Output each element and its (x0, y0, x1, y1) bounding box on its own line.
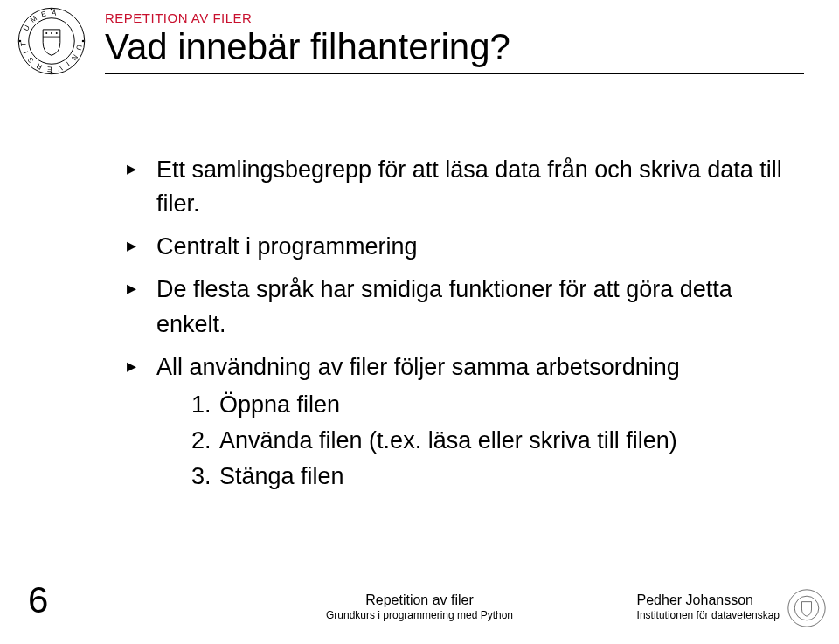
slide: U M E Å U N I V E R S I T E T REPETITION… (0, 0, 839, 644)
numbered-item: Använda filen (t.ex. läsa eller skriva t… (191, 424, 787, 458)
numbered-item: Öppna filen (191, 388, 787, 422)
svg-point-9 (45, 32, 47, 34)
svg-text:U M E Å: U M E Å (22, 8, 58, 32)
university-seal-small-icon (787, 588, 827, 628)
bullet-list: Ett samlingsbegrepp för att läsa data fr… (127, 153, 787, 494)
svg-point-11 (56, 32, 58, 34)
slide-header: REPETITION AV FILER Vad innebär filhante… (105, 10, 804, 74)
numbered-item: Stänga filen (191, 460, 787, 494)
university-seal-icon: U M E Å U N I V E R S I T E T (16, 5, 87, 77)
svg-point-10 (51, 32, 52, 34)
footer-author: Pedher Johansson (637, 592, 780, 610)
bullet-text: All användning av filer följer samma arb… (156, 354, 680, 380)
bullet-item: Centralt i programmering (127, 230, 787, 264)
numbered-list: Öppna filen Använda filen (t.ex. läsa el… (191, 388, 787, 494)
bullet-item: All användning av filer följer samma arb… (127, 350, 787, 495)
bullet-item: De flesta språk har smidiga funktioner f… (127, 273, 787, 341)
section-label: REPETITION AV FILER (105, 10, 804, 25)
svg-point-5 (82, 40, 85, 43)
bullet-item: Ett samlingsbegrepp för att läsa data fr… (127, 153, 787, 221)
slide-title: Vad innebär filhantering? (105, 27, 804, 67)
slide-body: Ett samlingsbegrepp för att läsa data fr… (127, 153, 787, 502)
footer-department: Institutionen för datavetenskap (637, 609, 780, 623)
title-underline (105, 73, 804, 74)
footer-right: Pedher Johansson Institutionen för datav… (637, 592, 780, 623)
